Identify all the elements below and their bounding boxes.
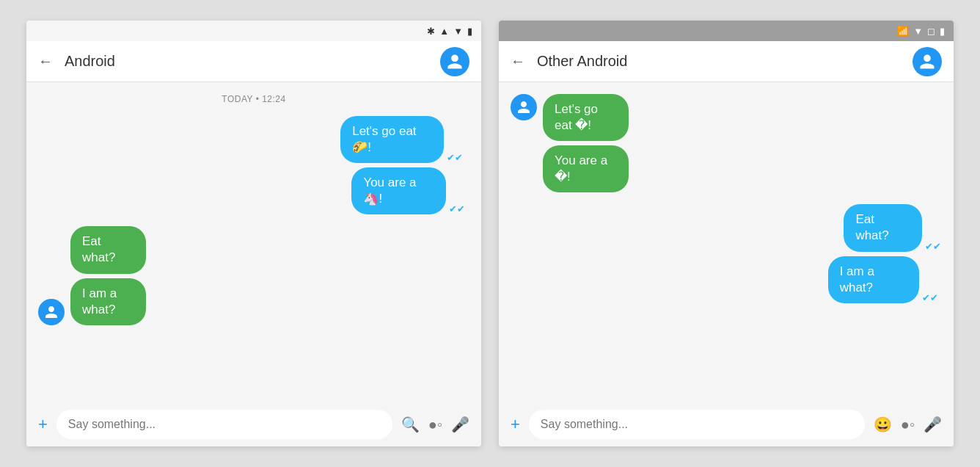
sent-bubble-3: Let's go eat �!	[543, 94, 629, 141]
bluetooth-icon: ✱	[427, 26, 435, 37]
assistant-icon-2[interactable]: ●◦	[901, 416, 915, 433]
mic-icon-1[interactable]: 🎤	[451, 416, 469, 433]
app-title-2: Other Android	[537, 53, 913, 70]
sender-avatar-2	[511, 94, 537, 120]
message-input-1[interactable]	[56, 410, 392, 439]
mic-icon-2[interactable]: 🎤	[924, 416, 942, 433]
sent-message-row-2: You are a 🦄! ✔✔	[351, 167, 469, 214]
battery-icon: ▮	[467, 26, 472, 37]
phone-2: 📶 ▼ ◻ ▮ ← Other Android Let's go eat �! …	[499, 21, 954, 446]
messages-area-2: Let's go eat �! You are a �! Eat what? ✔…	[499, 82, 954, 402]
sent-group-1: Let's go eat 🌮! ✔✔ You are a 🦄! ✔✔	[38, 116, 469, 214]
input-bar-2: + 😀 ●◦ 🎤	[499, 402, 954, 446]
status-bar-1: ✱ ▲ ▼ ▮	[26, 21, 481, 41]
back-button-2[interactable]: ←	[511, 53, 525, 70]
sent-bubble-1: Let's go eat 🌮!	[340, 116, 444, 163]
assistant-icon-1[interactable]: ●◦	[428, 416, 442, 433]
contact-avatar-2[interactable]	[913, 47, 942, 76]
plus-button-1[interactable]: +	[38, 415, 48, 434]
wifi-icon: ▼	[453, 26, 463, 37]
status-bar-2: 📶 ▼ ◻ ▮	[499, 21, 954, 41]
sent-bubble-4: You are a �!	[543, 145, 629, 192]
plus-button-2[interactable]: +	[511, 415, 520, 434]
date-stamp-1: TODAY • 12:24	[38, 94, 469, 104]
app-bar-2: ← Other Android	[499, 41, 954, 82]
received-message-row-1: Eat what? ✔✔	[844, 204, 942, 251]
vibrate-icon: 📶	[897, 26, 909, 37]
sender-avatar-1	[38, 299, 65, 325]
signal-off-icon: ◻	[927, 26, 935, 37]
received-bubbles-1: Eat what? I am a what?	[70, 226, 165, 325]
messages-area-1: TODAY • 12:24 Let's go eat 🌮! ✔✔ You are…	[26, 82, 481, 402]
back-button-1[interactable]: ←	[38, 53, 53, 70]
wifi-icon-2: ▼	[913, 26, 923, 37]
received-bubble-1: Eat what?	[70, 226, 146, 273]
received-group-1: Eat what? I am a what?	[38, 226, 469, 325]
contact-avatar-1[interactable]	[440, 47, 469, 76]
tick-4: ✔✔	[922, 292, 938, 303]
message-input-2[interactable]	[529, 410, 865, 439]
signal-icon: ▲	[439, 26, 449, 37]
received-bubble-3: Eat what?	[844, 204, 922, 251]
received-message-row-2: I am a what? ✔✔	[828, 256, 942, 303]
received-bubble-4: I am a what?	[828, 256, 919, 303]
received-group-2: Eat what? ✔✔ I am a what? ✔✔	[511, 204, 942, 303]
emoji-icon-2[interactable]: 😀	[874, 416, 892, 433]
sent-group-2: Let's go eat �! You are a �!	[511, 94, 942, 192]
app-title-1: Android	[65, 53, 440, 70]
app-bar-1: ← Android	[26, 41, 481, 82]
tick-2: ✔✔	[449, 203, 465, 214]
sent-message-row-1: Let's go eat 🌮! ✔✔	[340, 116, 469, 163]
sent-bubble-2: You are a 🦄!	[351, 167, 445, 214]
battery-icon-2: ▮	[940, 26, 945, 37]
input-bar-1: + 🔍 ●◦ 🎤	[26, 402, 481, 446]
phone-1: ✱ ▲ ▼ ▮ ← Android TODAY • 12:24 Let's go…	[26, 21, 481, 446]
received-bubble-2: I am a what?	[70, 278, 146, 325]
tick-3: ✔✔	[925, 241, 941, 252]
emoji-search-icon-1[interactable]: 🔍	[401, 416, 420, 433]
sent-bubbles-2: Let's go eat �! You are a �!	[543, 94, 650, 192]
tick-1: ✔✔	[447, 152, 463, 163]
